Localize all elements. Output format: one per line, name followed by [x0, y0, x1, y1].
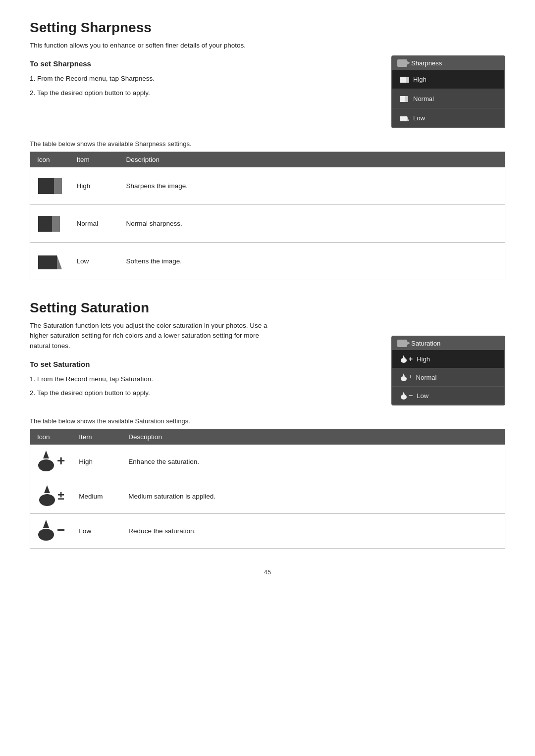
saturation-section: Setting Saturation The Saturation functi… [30, 300, 505, 549]
sharpness-low-icon [400, 113, 409, 122]
sharpness-cam-record-icon [397, 59, 407, 67]
sharpness-high-table-icon [38, 173, 62, 197]
saturation-cam-low-label: Low [417, 392, 428, 400]
svg-marker-21 [44, 485, 50, 493]
svg-marker-3 [405, 96, 408, 102]
sharpness-left: This function allows you to enhance or s… [30, 41, 391, 101]
sharpness-cam-item-low[interactable]: Low [392, 108, 504, 127]
saturation-intro: The Saturation function lets you adjust … [30, 321, 268, 351]
sharpness-col-desc: Description [119, 152, 505, 168]
saturation-cam-record-icon [397, 340, 407, 347]
table-row: Normal Normal sharpness. [30, 205, 505, 243]
sharpness-cam-header: Sharpness [392, 56, 504, 70]
sharpness-table: Icon Item Description High Sharpens the … [30, 151, 505, 280]
sharpness-cam-high-label: High [413, 76, 427, 83]
svg-point-22 [38, 529, 54, 541]
sharpness-table-item-low: Low [70, 243, 119, 280]
table-row: + High Enhance the saturation. [30, 445, 505, 479]
sharpness-col-item: Item [70, 152, 119, 168]
saturation-left: The Saturation function lets you adjust … [30, 321, 391, 401]
sharpness-step-1: 1. From the Record menu, tap Sharpness. [30, 73, 376, 85]
saturation-table-item-high: High [72, 445, 121, 479]
sharpness-table-icon-high [30, 167, 70, 205]
sharpness-table-desc-high: Sharpens the image. [119, 167, 505, 205]
saturation-cam-high-label: High [417, 355, 430, 363]
saturation-step-1: 1. From the Record menu, tap Saturation. [30, 373, 376, 385]
saturation-col-item: Item [72, 429, 121, 445]
sharpness-cam-item-normal[interactable]: Normal [392, 89, 504, 108]
sharpness-table-icon-normal [30, 205, 70, 243]
svg-marker-10 [38, 255, 57, 269]
sharpness-table-item-normal: Normal [70, 205, 119, 243]
table-row: ± Medium Medium saturation is applied. [30, 479, 505, 514]
svg-marker-23 [43, 520, 49, 528]
sharpness-col-icon: Icon [30, 152, 70, 168]
saturation-steps: 1. From the Record menu, tap Saturation.… [30, 373, 376, 400]
svg-marker-4 [400, 116, 407, 121]
sharpness-table-header: Icon Item Description [30, 152, 505, 168]
sharpness-table-item-high: High [70, 167, 119, 205]
sharpness-below-note: The table below shows the available Shar… [30, 140, 505, 148]
svg-point-14 [401, 376, 407, 381]
saturation-table-desc-medium: Medium saturation is applied. [121, 479, 505, 514]
sharpness-normal-table-icon [38, 211, 62, 235]
saturation-table-icon-medium: ± [30, 479, 72, 514]
sharpness-table-desc-low: Softens the image. [119, 243, 505, 280]
sharpness-steps: 1. From the Record menu, tap Sharpness. … [30, 73, 376, 99]
sharpness-cam-header-label: Sharpness [411, 59, 442, 67]
table-row: Low Softens the image. [30, 243, 505, 280]
svg-marker-17 [403, 392, 405, 395]
sharpness-step-2: 2. Tap the desired option button to appl… [30, 87, 376, 99]
saturation-col-icon: Icon [30, 429, 72, 445]
saturation-cam-item-normal[interactable]: ± Normal [392, 368, 504, 387]
saturation-cam-normal-label: Normal [416, 374, 437, 381]
saturation-table-header: Icon Item Description [30, 429, 505, 445]
saturation-high-icon: + [400, 355, 413, 363]
saturation-medium-table-icon: ± [38, 485, 64, 506]
svg-marker-9 [52, 216, 60, 232]
saturation-cam-header: Saturation [392, 337, 504, 350]
svg-marker-11 [57, 255, 62, 269]
table-row: − Low Reduce the saturation. [30, 514, 505, 549]
sharpness-high-icon [400, 75, 409, 84]
saturation-subsection-title: To set Saturation [30, 360, 376, 368]
saturation-high-table-icon: + [37, 451, 65, 471]
svg-point-16 [401, 395, 407, 400]
saturation-title: Setting Saturation [30, 300, 505, 316]
saturation-table-item-medium: Medium [72, 479, 121, 514]
svg-marker-5 [407, 116, 409, 121]
saturation-table-icon-low: − [30, 514, 72, 549]
sharpness-section: Setting Sharpness This function allows y… [30, 20, 505, 280]
sharpness-cam-ui: Sharpness High Normal [391, 55, 505, 128]
sharpness-title: Setting Sharpness [30, 20, 505, 36]
saturation-table-desc-high: Enhance the saturation. [121, 445, 505, 479]
svg-marker-1 [406, 77, 409, 83]
table-row: High Sharpens the image. [30, 167, 505, 205]
saturation-step-2: 2. Tap the desired option button to appl… [30, 387, 376, 399]
sharpness-intro: This function allows you to enhance or s… [30, 41, 268, 50]
svg-point-12 [401, 358, 407, 363]
sharpness-table-icon-low [30, 243, 70, 280]
saturation-low-icon: − [400, 392, 413, 400]
sharpness-subsection-title: To set Sharpness [30, 59, 376, 68]
svg-marker-19 [43, 451, 49, 458]
saturation-low-table-icon: − [37, 520, 65, 541]
svg-marker-7 [54, 178, 62, 194]
sharpness-cam-normal-label: Normal [413, 95, 434, 102]
saturation-cam-item-low[interactable]: − Low [392, 387, 504, 404]
sharpness-normal-icon [400, 94, 409, 103]
saturation-table: Icon Item Description + High Enhance the… [30, 429, 505, 549]
sharpness-low-table-icon [38, 249, 62, 272]
saturation-table-icon-high: + [30, 445, 72, 479]
saturation-table-desc-low: Reduce the saturation. [121, 514, 505, 549]
svg-rect-0 [400, 77, 406, 83]
saturation-cam-item-high[interactable]: + High [392, 350, 504, 368]
sharpness-cam-item-high[interactable]: High [392, 70, 504, 89]
saturation-below-note: The table below shows the available Satu… [30, 417, 505, 425]
svg-marker-15 [403, 373, 405, 376]
saturation-col-desc: Description [121, 429, 505, 445]
saturation-normal-icon: ± [400, 373, 412, 381]
svg-rect-8 [38, 216, 52, 232]
sharpness-table-desc-normal: Normal sharpness. [119, 205, 505, 243]
page-number: 45 [30, 568, 505, 576]
